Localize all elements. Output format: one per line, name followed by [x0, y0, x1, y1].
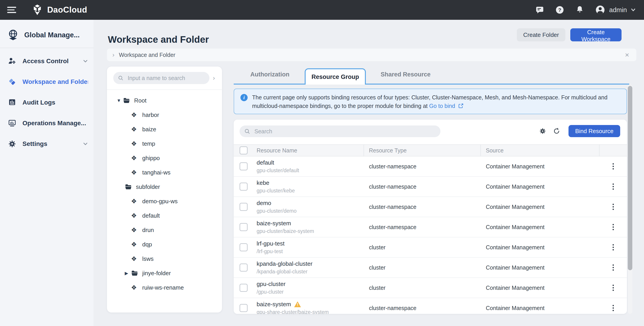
tree-item-label: jinye-folder [142, 270, 171, 277]
resource-type: cluster-namespace [364, 204, 481, 210]
row-actions-kebab-icon[interactable] [610, 263, 616, 272]
resource-path: /gpu-cluster [256, 289, 364, 295]
workspace-icon: ❖ [131, 227, 139, 233]
table-row[interactable]: demo gpu-cluster/demo cluster-namespace … [234, 197, 627, 217]
create-folder-button[interactable]: Create Folder [517, 28, 565, 41]
bind-resource-button[interactable]: Bind Resource [568, 125, 620, 137]
row-actions-kebab-icon[interactable] [610, 202, 616, 212]
table-row[interactable]: baize-system gpu-share-cluster/baize-sys… [234, 298, 627, 314]
tree-search-input[interactable] [127, 74, 205, 82]
resource-source: Container Management [481, 183, 600, 190]
refresh-icon[interactable] [553, 127, 560, 137]
app-root: DaoCloud ? admin [0, 0, 644, 326]
row-checkbox[interactable] [240, 203, 248, 211]
workspace-tree: ▼ ▶ ❖ Root ▼ [107, 90, 222, 294]
column-settings-icon[interactable] [539, 127, 546, 137]
tree-item-label: drun [142, 227, 154, 234]
row-actions-kebab-icon[interactable] [610, 182, 616, 192]
table-row[interactable]: kpanda-global-cluster /kpanda-global-clu… [234, 258, 627, 278]
row-actions-kebab-icon[interactable] [610, 222, 616, 232]
row-actions-kebab-icon[interactable] [610, 161, 616, 171]
row-checkbox[interactable] [240, 223, 248, 231]
table-row[interactable]: lrf-gpu-test /lrf-gpu-test cluster Conta… [234, 237, 627, 258]
go-to-bind-link[interactable]: Go to bind [429, 103, 455, 109]
tree-item[interactable]: ▼ ▶ ❖ default [111, 209, 218, 222]
main-content: Workspace and Folder Create Folder Creat… [94, 20, 644, 326]
message-icon[interactable] [535, 5, 544, 15]
tree-item-label: harbor [142, 112, 159, 119]
tree-item[interactable]: ▼ ▶ ❖ ghippo [111, 152, 218, 165]
create-workspace-button[interactable]: Create Workspace [570, 28, 622, 41]
sidebar-item-label: Operations Manage... [22, 120, 88, 127]
row-actions-kebab-icon[interactable] [610, 303, 616, 313]
row-checkbox[interactable] [240, 162, 248, 170]
sidebar-item-operations-management[interactable]: Operations Manage... [0, 113, 94, 134]
table-row[interactable]: baize-system gpu-cluster/baize-system cl… [234, 217, 627, 237]
tree-item[interactable]: ▼ ▶ ❖ drun [111, 223, 218, 236]
resource-type: cluster [364, 264, 481, 271]
tree-item-label: subfolder [136, 183, 160, 190]
resource-name: kpanda-global-cluster [256, 260, 312, 267]
help-icon[interactable]: ? [555, 5, 565, 15]
tree-item[interactable]: ▼ ▶ ❖ jinye-folder [111, 267, 218, 280]
user-menu[interactable]: admin [595, 5, 636, 15]
tree-item[interactable]: ▼ ▶ ❖ Root [111, 94, 218, 107]
product-switcher[interactable]: Global Manage... [0, 26, 94, 47]
column-header-source[interactable]: Source [481, 144, 600, 156]
sidebar-item-access-control[interactable]: Access Control [0, 51, 94, 72]
tree-item[interactable]: ▼ ▶ ❖ dqp [111, 238, 218, 251]
caret-right-icon[interactable]: ▶ [125, 271, 131, 275]
resource-name: baize-system [256, 220, 291, 227]
tab-shared-resource[interactable]: Shared Resource [378, 71, 434, 84]
row-checkbox[interactable] [240, 183, 248, 191]
resource-name: kebe [256, 179, 269, 186]
tree-item[interactable]: ▼ ▶ ❖ temp [111, 137, 218, 150]
search-icon [244, 128, 250, 135]
sidebar-item-audit-logs[interactable]: Audit Logs [0, 92, 94, 113]
user-name: admin [609, 6, 627, 14]
row-checkbox[interactable] [240, 284, 248, 292]
caret-down-icon[interactable]: ▼ [116, 98, 123, 103]
menu-toggle-icon[interactable] [7, 7, 16, 13]
resource-source: Container Management [481, 264, 600, 271]
tree-item[interactable]: ▼ ▶ ❖ subfolder [111, 180, 218, 193]
tree-item[interactable]: ▼ ▶ ❖ ruiw-ws-rename [111, 281, 218, 294]
column-header-resource-type[interactable]: Resource Type [364, 144, 481, 156]
sidebar-item-settings[interactable]: Settings [0, 134, 94, 154]
tree-item[interactable]: ▼ ▶ ❖ harbor [111, 108, 218, 121]
table-search-input[interactable] [254, 128, 436, 135]
table-row[interactable]: gpu-cluster /gpu-cluster cluster Contain… [234, 278, 627, 298]
scrollbar-thumb[interactable] [628, 86, 632, 270]
tree-item[interactable]: ▼ ▶ ❖ baize [111, 123, 218, 136]
close-icon[interactable]: × [623, 51, 631, 59]
bell-icon[interactable] [575, 5, 584, 15]
tree-item[interactable]: ▼ ▶ ❖ tanghai-ws [111, 166, 218, 179]
external-link-icon[interactable] [458, 103, 464, 111]
tree-item[interactable]: ▼ ▶ ❖ demo-gpu-ws [111, 195, 218, 208]
column-header-resource-name[interactable]: Resource Name [252, 144, 364, 156]
table-row[interactable]: kebe gpu-cluster/kebe cluster-namespace … [234, 177, 627, 197]
sidebar: Global Manage... Access Control [0, 20, 94, 326]
tab-authorization[interactable]: Authorization [242, 71, 298, 84]
tab-resource-group[interactable]: Resource Group [305, 68, 366, 85]
folder-icon [123, 97, 131, 104]
row-checkbox[interactable] [240, 304, 248, 312]
sidebar-item-workspace-and-folder[interactable]: Workspace and Folder [0, 72, 94, 92]
workspace-icon: ❖ [131, 141, 139, 147]
panel-collapse-icon[interactable]: › [210, 74, 218, 82]
row-checkbox[interactable] [240, 243, 248, 251]
row-actions-kebab-icon[interactable] [610, 283, 616, 293]
breadcrumb-label[interactable]: Workspace and Folder [119, 52, 175, 58]
resource-type: cluster [364, 244, 481, 251]
row-actions-kebab-icon[interactable] [610, 242, 616, 252]
tree-item-label: demo-gpu-ws [142, 198, 178, 205]
resource-table-card: Bind Resource Resource Name Resource Typ… [234, 120, 627, 314]
resource-type: cluster-namespace [364, 163, 481, 170]
select-all-checkbox[interactable] [240, 146, 248, 154]
row-checkbox[interactable] [240, 263, 248, 272]
tree-item[interactable]: ▼ ▶ ❖ lsws [111, 252, 218, 265]
search-icon [118, 75, 124, 81]
tree-search [113, 72, 210, 84]
breadcrumb-chevron-icon[interactable]: › [112, 51, 114, 59]
table-row[interactable]: default gpu-cluster/default cluster-name… [234, 156, 627, 177]
